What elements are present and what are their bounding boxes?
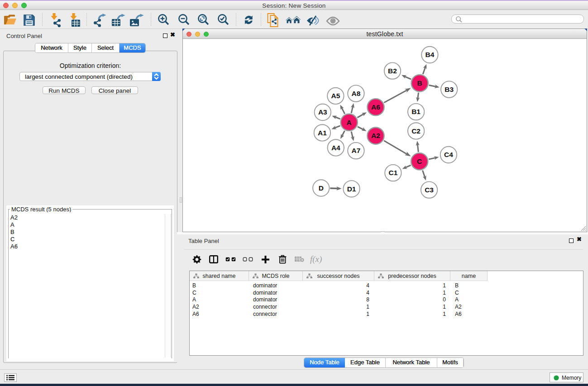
svg-text:B3: B3 bbox=[445, 86, 454, 93]
svg-text:A8: A8 bbox=[351, 90, 360, 97]
svg-text:C2: C2 bbox=[411, 127, 421, 135]
svg-text:B4: B4 bbox=[425, 51, 434, 58]
svg-text:A7: A7 bbox=[351, 147, 360, 154]
svg-text:A1: A1 bbox=[318, 129, 327, 137]
svg-text:A: A bbox=[347, 119, 352, 126]
svg-text:f(x): f(x) bbox=[310, 254, 322, 264]
svg-text:A3: A3 bbox=[318, 108, 327, 116]
svg-text:A4: A4 bbox=[331, 144, 340, 152]
svg-text:C3: C3 bbox=[425, 186, 434, 194]
svg-text:C1: C1 bbox=[388, 169, 397, 176]
svg-text:D: D bbox=[319, 184, 324, 192]
svg-text:A6: A6 bbox=[371, 103, 380, 111]
svg-text:C4: C4 bbox=[444, 151, 453, 158]
svg-text:A5: A5 bbox=[331, 92, 340, 100]
svg-text:B2: B2 bbox=[388, 67, 397, 75]
svg-text:C: C bbox=[417, 157, 422, 165]
svg-text:A2: A2 bbox=[371, 132, 380, 139]
svg-text:B: B bbox=[417, 79, 422, 87]
svg-text:D1: D1 bbox=[347, 185, 356, 193]
svg-text:B1: B1 bbox=[411, 108, 421, 115]
